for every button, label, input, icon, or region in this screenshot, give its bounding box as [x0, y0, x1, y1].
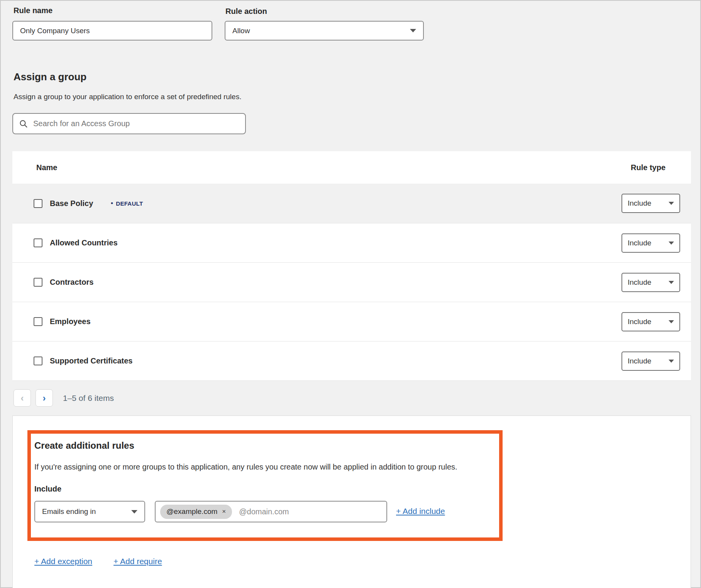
remove-chip-icon[interactable]: ×: [222, 508, 226, 515]
table-header-row: Name Rule type: [12, 151, 691, 184]
chevron-right-icon: ›: [43, 393, 46, 404]
rule-type-value: Include: [628, 239, 651, 247]
row-name: Supported Certificates: [50, 357, 132, 365]
rule-name-label: Rule name: [14, 6, 52, 15]
row-checkbox[interactable]: [34, 199, 42, 208]
assign-group-description: Assign a group to your application to en…: [14, 93, 241, 101]
rule-type-select[interactable]: Include: [621, 194, 680, 213]
chevron-down-icon: [669, 202, 674, 205]
additional-rules-card: Create additional rules If you're assign…: [12, 416, 691, 588]
assign-group-heading: Assign a group: [14, 71, 86, 83]
next-page-button[interactable]: ›: [36, 389, 53, 407]
row-name: Employees: [50, 317, 91, 326]
access-groups-table: Name Rule type Base Policy • DEFAULT Inc…: [12, 151, 691, 381]
badge-label: DEFAULT: [116, 200, 143, 207]
row-name: Allowed Countries: [50, 238, 118, 247]
table-row-supported-certificates: Supported Certificates Include: [12, 341, 691, 380]
search-icon: [19, 120, 28, 128]
row-checkbox[interactable]: [34, 278, 42, 287]
row-checkbox[interactable]: [34, 357, 42, 365]
rule-type-value: Include: [628, 199, 651, 208]
rule-name-input[interactable]: [12, 21, 212, 41]
row-name: Base Policy: [50, 199, 93, 208]
chevron-down-icon: [669, 242, 674, 245]
access-rule-settings-page: Rule name Rule action Allow Assign a gro…: [0, 0, 701, 588]
rule-type-select[interactable]: Include: [621, 351, 680, 371]
chevron-down-icon: [669, 360, 674, 363]
table-row-base-policy: Base Policy • DEFAULT Include: [12, 184, 691, 223]
rule-type-select[interactable]: Include: [621, 233, 680, 253]
email-domain-chip: @example.com ×: [160, 505, 232, 519]
rule-action-value: Allow: [232, 27, 250, 35]
include-label: Include: [34, 485, 61, 493]
row-name: Contractors: [50, 278, 93, 287]
chevron-down-icon: [410, 29, 416, 32]
additional-rules-heading: Create additional rules: [34, 440, 134, 451]
rule-action-label: Rule action: [225, 7, 267, 16]
search-input[interactable]: [33, 119, 239, 128]
badge-bullet: •: [111, 199, 113, 207]
footer-links: + Add exception + Add require: [34, 557, 162, 566]
table-row-employees: Employees Include: [12, 302, 691, 341]
column-header-rule-type: Rule type: [631, 163, 665, 172]
previous-page-button[interactable]: ‹: [14, 389, 31, 407]
email-domain-tag-input: @example.com ×: [155, 501, 387, 522]
rule-type-select[interactable]: Include: [621, 312, 680, 331]
rule-type-select[interactable]: Include: [621, 273, 680, 292]
chip-label: @example.com: [166, 507, 217, 516]
add-exception-link[interactable]: + Add exception: [34, 557, 92, 566]
rule-action-select[interactable]: Allow: [225, 21, 424, 41]
access-group-search: [12, 113, 246, 134]
email-domain-input[interactable]: [239, 507, 382, 516]
table-row-contractors: Contractors Include: [12, 262, 691, 302]
chevron-left-icon: ‹: [21, 393, 24, 404]
column-header-name: Name: [36, 163, 57, 172]
chevron-down-icon: [131, 510, 137, 514]
pagination-summary: 1–5 of 6 items: [63, 394, 114, 403]
chevron-down-icon: [669, 281, 674, 284]
add-require-link[interactable]: + Add require: [113, 557, 162, 566]
rule-type-value: Include: [628, 357, 651, 365]
chevron-down-icon: [669, 320, 674, 323]
row-checkbox[interactable]: [34, 238, 42, 247]
default-badge: • DEFAULT: [111, 199, 143, 207]
additional-rules-description: If you're assigning one or more groups t…: [34, 463, 457, 471]
pagination: ‹ › 1–5 of 6 items: [14, 389, 114, 407]
include-condition-value: Emails ending in: [42, 507, 96, 516]
row-checkbox[interactable]: [34, 317, 42, 326]
rule-type-value: Include: [628, 318, 651, 326]
table-row-allowed-countries: Allowed Countries Include: [12, 223, 691, 262]
add-include-link[interactable]: + Add include: [396, 507, 445, 516]
include-condition-select[interactable]: Emails ending in: [34, 501, 145, 522]
rule-type-value: Include: [628, 278, 651, 287]
